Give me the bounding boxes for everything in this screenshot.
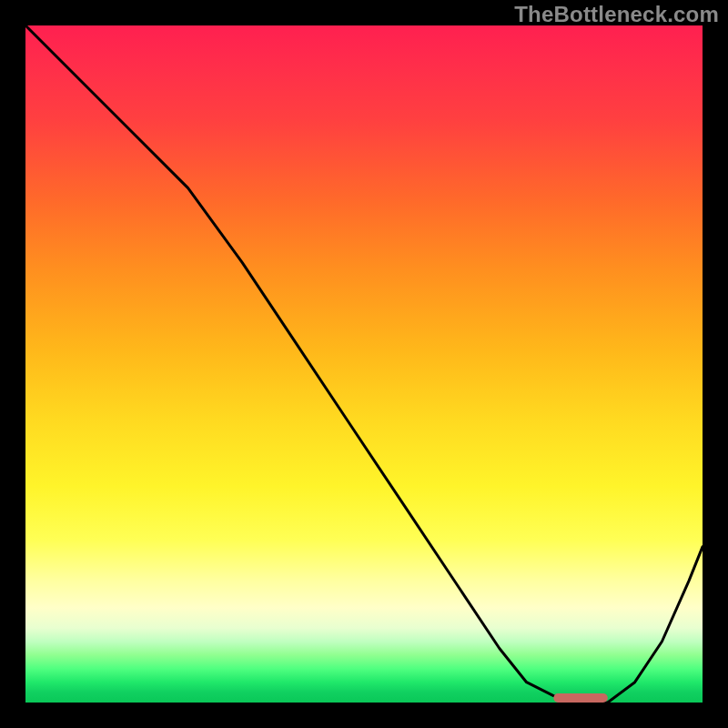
bottleneck-curve-line xyxy=(25,25,703,703)
curve-layer xyxy=(25,25,703,703)
plot-area xyxy=(25,25,703,703)
bottleneck-chart: TheBottleneck.com xyxy=(0,0,728,728)
optimal-range-marker xyxy=(553,693,608,703)
watermark-text: TheBottleneck.com xyxy=(514,2,719,27)
